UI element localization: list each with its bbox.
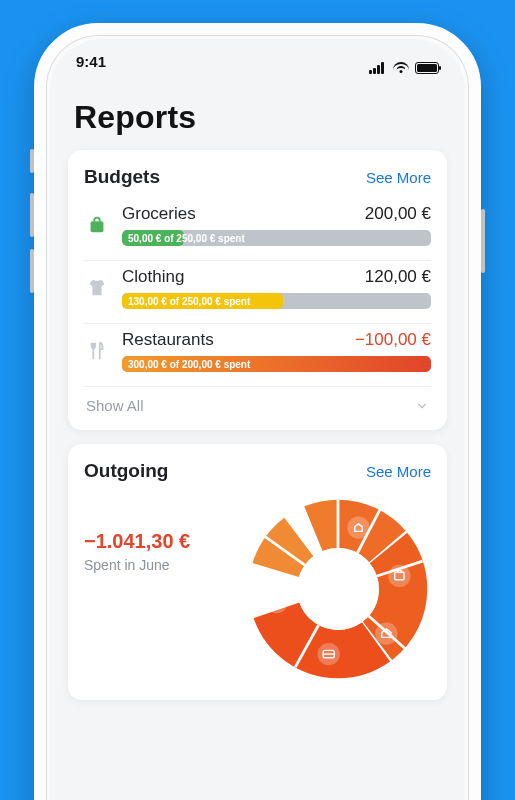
chevron-down-icon: [415, 399, 429, 413]
bag-icon: [84, 212, 110, 238]
status-time: 9:41: [76, 53, 106, 83]
budgets-show-all[interactable]: Show All: [84, 387, 431, 426]
tshirt-icon: [84, 275, 110, 301]
outgoing-amount: −1.041,30 €: [84, 530, 235, 553]
svg-point-14: [388, 565, 410, 587]
outgoing-title: Outgoing: [84, 460, 168, 482]
budget-amount: 200,00 €: [365, 204, 431, 224]
wifi-icon: [393, 62, 409, 74]
svg-point-16: [375, 622, 397, 644]
budgets-title: Budgets: [84, 166, 160, 188]
budget-name: Restaurants: [122, 330, 214, 350]
budget-row[interactable]: Clothing 120,00 € 130,00 € of 250,00 € s…: [84, 261, 431, 313]
show-all-label: Show All: [86, 397, 144, 414]
budgets-see-more[interactable]: See More: [366, 169, 431, 186]
battery-icon: [415, 62, 439, 74]
budget-row[interactable]: Restaurants −100,00 € 300,00 € of 200,00…: [84, 324, 431, 376]
status-bar: 9:41: [50, 39, 465, 83]
svg-point-22: [297, 548, 379, 630]
budget-caption: 50,00 € of 250,00 € spent: [128, 230, 245, 246]
outgoing-see-more[interactable]: See More: [366, 463, 431, 480]
side-button: [481, 209, 485, 273]
svg-point-13: [347, 516, 369, 538]
page-title: Reports: [74, 99, 441, 136]
svg-rect-0: [91, 221, 104, 232]
budget-amount: −100,00 €: [355, 330, 431, 350]
fork-knife-icon: [84, 338, 110, 364]
budgets-card: Budgets See More Groceries 200,00 €: [68, 150, 447, 430]
budget-name: Groceries: [122, 204, 196, 224]
svg-point-20: [265, 591, 287, 613]
budget-row[interactable]: Groceries 200,00 € 50,00 € of 250,00 € s…: [84, 198, 431, 250]
budget-caption: 130,00 € of 250,00 € spent: [128, 293, 250, 309]
cellular-icon: [369, 62, 387, 74]
outgoing-donut-chart[interactable]: [245, 496, 431, 682]
budget-caption: 300,00 € of 200,00 € spent: [128, 356, 250, 372]
outgoing-subtitle: Spent in June: [84, 557, 235, 573]
budget-name: Clothing: [122, 267, 184, 287]
budget-amount: 120,00 €: [365, 267, 431, 287]
outgoing-card: Outgoing See More −1.041,30 € Spent in J…: [68, 444, 447, 700]
